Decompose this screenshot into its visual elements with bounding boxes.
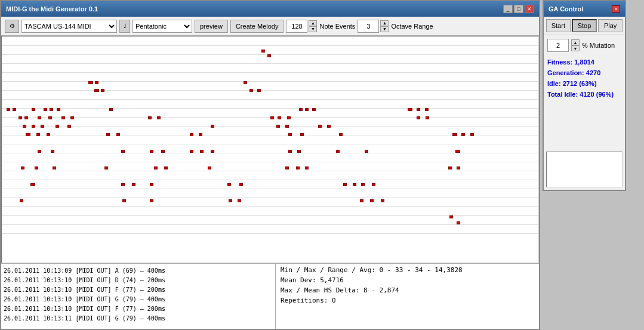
note-block	[270, 116, 274, 119]
note-block	[327, 125, 331, 128]
note-block	[208, 166, 211, 169]
log-line-2: 26.01.2011 10:13:10 [MIDI OUT] D (74) – …	[4, 276, 273, 285]
piano-roll-line	[2, 72, 538, 73]
total-idle-line: Total Idle: 4120 (96%)	[547, 89, 621, 100]
note-block	[61, 116, 65, 119]
note-block	[457, 221, 460, 224]
note-block	[457, 166, 460, 169]
piano-roll-area	[1, 36, 539, 263]
note-block	[121, 150, 125, 153]
ga-play-button[interactable]: Play	[598, 19, 623, 32]
note-block	[339, 133, 343, 136]
log-line-6: 26.01.2011 10:13:11 [MIDI OUT] G (79) – …	[4, 314, 273, 323]
ga-start-button[interactable]: Start	[546, 19, 571, 32]
fitness-info: Fitness: 1,8014 Generation: 4270 Idle: 2…	[547, 57, 621, 100]
ga-output-area	[546, 152, 623, 187]
main-title: MIDI-G the Midi Generator 0.1	[6, 5, 98, 13]
bottom-area: 26.01.2011 10:13:09 [MIDI OUT] A (69) – …	[1, 263, 539, 329]
note-block	[452, 133, 457, 136]
maximize-button[interactable]: □	[514, 5, 523, 13]
close-main-button[interactable]: ✕	[525, 5, 534, 13]
piano-roll-line	[2, 189, 538, 189]
fitness-line: Fitness: 1,8014	[547, 57, 621, 67]
note-block	[132, 183, 135, 186]
note-block	[21, 166, 24, 169]
note-block	[461, 133, 465, 136]
note-block	[267, 54, 271, 57]
piano-roll-line	[2, 180, 538, 180]
note-block	[408, 108, 412, 111]
note-block	[353, 183, 356, 186]
piano-roll-line	[2, 233, 538, 234]
note-block	[343, 183, 347, 186]
note-block	[67, 125, 71, 128]
piano-roll-line	[2, 162, 538, 162]
note-block	[148, 116, 152, 119]
mutation-down[interactable]: ▼	[571, 45, 580, 51]
minimize-button[interactable]: _	[503, 5, 513, 13]
preview-button[interactable]: preview	[195, 20, 228, 33]
log-line-4: 26.01.2011 10:13:10 [MIDI OUT] G (79) – …	[4, 295, 273, 304]
total-idle-label: Total Idle:	[547, 91, 578, 98]
mutation-up[interactable]: ▲	[571, 39, 580, 45]
note-block	[200, 150, 204, 153]
note-block	[365, 150, 368, 153]
note-block	[244, 81, 247, 84]
note-block	[122, 199, 126, 202]
note-block	[23, 125, 26, 128]
note-block	[211, 150, 214, 153]
mean-dev-stat: Mean Dev: 5,4716	[281, 276, 534, 284]
octave-up[interactable]: ▲	[380, 20, 389, 26]
note-block	[104, 166, 108, 169]
create-melody-button[interactable]: Create Melody	[230, 20, 284, 33]
note-block	[239, 183, 243, 186]
ga-control-toolbar: Start Stop Play	[544, 17, 625, 35]
piano-roll-line	[2, 126, 538, 127]
note-block	[36, 133, 40, 136]
note-block	[417, 116, 420, 119]
note-block	[106, 133, 110, 136]
minmax-stat: Min / Max / Range / Avg: 0 - 33 - 34 - 1…	[281, 266, 534, 274]
note-block	[41, 125, 44, 128]
ga-content: 2 ▲ ▼ % Mutation Fitness: 1,8014 Generat…	[544, 35, 625, 148]
note-block	[53, 166, 56, 169]
note-block	[70, 116, 74, 119]
log-panel: 26.01.2011 10:13:09 [MIDI OUT] A (69) – …	[1, 264, 276, 329]
note-block	[229, 199, 232, 202]
note-block	[150, 183, 153, 186]
note-block	[288, 133, 292, 136]
ga-stop-button[interactable]: Stop	[572, 19, 597, 32]
scale-select[interactable]: Pentatonic	[133, 20, 192, 33]
note-block	[56, 125, 59, 128]
note-count-spinner: 128 ▲ ▼	[286, 20, 317, 33]
octave-down[interactable]: ▼	[380, 26, 389, 32]
note-block	[370, 199, 374, 202]
fitness-label: Fitness:	[547, 58, 572, 66]
mutation-input[interactable]: 2	[547, 39, 569, 52]
note-block	[44, 108, 47, 111]
note-count-up[interactable]: ▲	[309, 20, 317, 26]
note-count-input[interactable]: 128	[286, 20, 307, 33]
repetitions-stat: Repetitions: 0	[281, 297, 534, 304]
note-block	[448, 166, 452, 169]
ga-close-button[interactable]: ✕	[612, 5, 620, 13]
note-block	[47, 133, 50, 136]
ga-title-bar: GA Control ✕	[544, 1, 625, 17]
note-block	[199, 133, 202, 136]
octave-spinner: 3 ▲ ▼	[358, 20, 389, 33]
mutation-label: % Mutation	[582, 42, 615, 49]
note-icon: ♩	[119, 20, 130, 33]
note-count-down[interactable]: ▼	[309, 26, 317, 32]
piano-roll-line	[2, 108, 538, 109]
note-block	[336, 150, 340, 153]
note-block	[312, 108, 316, 111]
log-line-3: 26.01.2011 10:13:10 [MIDI OUT] F (77) – …	[4, 285, 273, 295]
note-block	[381, 199, 384, 202]
octave-input[interactable]: 3	[358, 20, 379, 33]
total-idle-value: 4120 (96%)	[580, 91, 614, 98]
idle-line: Idle: 2712 (63%)	[547, 78, 621, 89]
note-block	[305, 108, 309, 111]
note-events-label: Note Events	[319, 23, 355, 30]
note-block	[190, 133, 193, 136]
midi-device-select[interactable]: TASCAM US-144 MIDI	[21, 20, 117, 33]
